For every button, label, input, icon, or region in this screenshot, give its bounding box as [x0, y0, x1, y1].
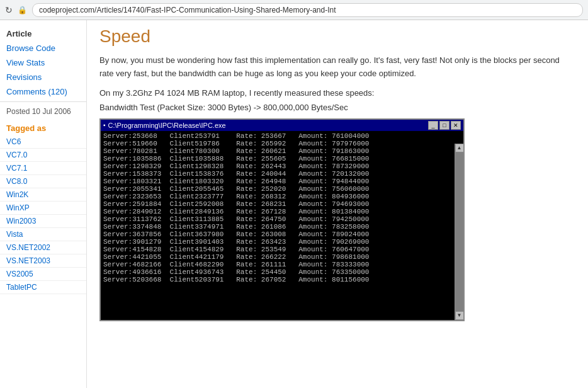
sidebar-tag[interactable]: Win2003 — [0, 215, 86, 228]
main-content: Speed By now, you must be wondering how … — [87, 20, 588, 388]
sidebar-link-view-stats[interactable]: View Stats — [0, 55, 86, 70]
refresh-icon[interactable]: ↻ — [5, 5, 13, 15]
scroll-down-btn[interactable]: ▼ — [455, 311, 464, 320]
terminal-title-left: ▪ C:\Programming\IPC\Release\IPC.exe — [103, 122, 226, 129]
terminal-body: Server:253668 Client253791 Rate: 253667 … — [101, 131, 371, 320]
lock-icon: 🔒 — [18, 6, 27, 14]
bandwidth-text: Bandwidth Test (Packet Size: 3000 Bytes)… — [99, 103, 575, 112]
sidebar-link-revisions[interactable]: Revisions — [0, 70, 86, 84]
scroll-track — [455, 152, 463, 311]
url-input[interactable] — [32, 3, 583, 17]
terminal-window: ▪ C:\Programming\IPC\Release\IPC.exe _ □… — [99, 118, 465, 321]
scroll-up-btn[interactable]: ▲ — [455, 144, 464, 152]
terminal-titlebar: ▪ C:\Programming\IPC\Release\IPC.exe _ □… — [101, 120, 463, 131]
terminal-title: C:\Programming\IPC\Release\IPC.exe — [108, 122, 226, 129]
terminal-close-btn[interactable]: ✕ — [451, 121, 461, 130]
sidebar-tagged-title: Tagged as — [0, 118, 86, 135]
page-heading: Speed — [99, 26, 575, 47]
intro-text-body: By now, you must be wondering how fast t… — [99, 55, 560, 78]
terminal-buttons: _ □ ✕ — [428, 121, 461, 130]
sidebar-posted: Posted 10 Jul 2006 — [0, 105, 86, 118]
sidebar-tag[interactable]: VC7.1 — [0, 162, 86, 175]
terminal-icon: ▪ — [103, 122, 106, 128]
sidebar: Article Browse Code View Stats Revisions… — [0, 20, 87, 388]
sidebar-tag[interactable]: TabletPC — [0, 281, 86, 294]
sidebar-tag[interactable]: VS.NET2003 — [0, 254, 86, 268]
page-layout: Article Browse Code View Stats Revisions… — [0, 20, 588, 388]
terminal-minimize-btn[interactable]: _ — [428, 121, 438, 130]
sidebar-divider — [0, 101, 86, 102]
tags-container: VC6VC7.0VC7.1VC8.0Win2KWinXPWin2003Vista… — [0, 135, 86, 294]
sidebar-tag[interactable]: VS2005 — [0, 268, 86, 281]
browser-bar: ↻ 🔒 — [0, 0, 588, 20]
sidebar-link-comments[interactable]: Comments (120) — [0, 84, 86, 99]
sidebar-tag[interactable]: WinXP — [0, 202, 86, 215]
measured-text: On my 3.2Ghz P4 1024 MB RAM laptop, I re… — [99, 88, 575, 98]
sidebar-article-title: Article — [0, 25, 86, 41]
sidebar-tag[interactable]: VC7.0 — [0, 149, 86, 162]
terminal-restore-btn[interactable]: □ — [439, 121, 449, 130]
sidebar-tag[interactable]: VC8.0 — [0, 175, 86, 188]
sidebar-tag[interactable]: Vista — [0, 228, 86, 241]
sidebar-tag[interactable]: VS.NET2002 — [0, 241, 86, 254]
sidebar-link-browse-code[interactable]: Browse Code — [0, 41, 86, 55]
sidebar-tag[interactable]: Win2K — [0, 188, 86, 202]
terminal-scrollbar[interactable]: ▲ ▼ — [455, 144, 463, 320]
intro-paragraph: By now, you must be wondering how fast t… — [99, 54, 575, 81]
sidebar-tag[interactable]: VC6 — [0, 135, 86, 149]
